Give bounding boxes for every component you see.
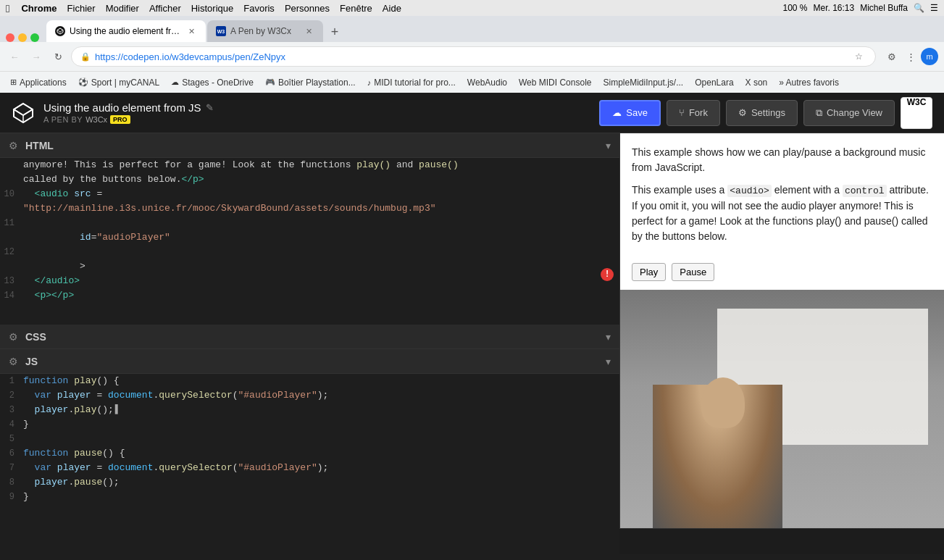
menu-chrome[interactable]: Chrome — [21, 3, 57, 14]
address-right-icons: ☆ — [851, 49, 866, 64]
pen-author-name[interactable]: W3Cx — [85, 115, 107, 124]
star-icon[interactable]: ☆ — [851, 49, 866, 64]
css-gear-icon[interactable]: ⚙ — [9, 331, 18, 343]
back-button[interactable]: ← — [6, 48, 23, 65]
html-editor-section: ⚙ HTML ▾ anymore! This is perfect for a … — [0, 133, 619, 325]
main-area: ⚙ HTML ▾ anymore! This is perfect for a … — [0, 133, 944, 528]
w3c-button[interactable]: W3C — [901, 97, 932, 129]
html-line-14: 14 <p></p> — [0, 288, 619, 303]
notification-icon[interactable]: ☰ — [930, 3, 938, 13]
html-code-area[interactable]: anymore! This is perfect for a game! Loo… — [0, 158, 619, 325]
bookmark-webmidi-label: Web MIDI Console — [519, 78, 591, 88]
html-line-10b: "http://mainline.i3s.unice.fr/mooc/Skywa… — [0, 201, 619, 216]
play-button[interactable]: Play — [632, 263, 666, 281]
cloud-save-icon: ☁ — [612, 107, 622, 118]
menu-aide[interactable]: Aide — [383, 3, 401, 14]
window-close-btn[interactable] — [6, 33, 14, 42]
profile-avatar[interactable]: m — [921, 48, 938, 65]
w3c-favicon: W3 — [216, 26, 226, 36]
w3c-label: W3C — [907, 98, 927, 106]
menu-historique[interactable]: Historique — [191, 3, 234, 14]
window-minimize-btn[interactable] — [18, 33, 27, 42]
tab-w3cx[interactable]: W3 A Pen by W3Cx ✕ — [207, 20, 323, 42]
search-icon[interactable]: 🔍 — [914, 3, 924, 13]
bookmark-more-label: » Autres favoris — [779, 78, 839, 88]
new-tab-button[interactable]: + — [325, 22, 345, 42]
tab-w3cx-close[interactable]: ✕ — [303, 25, 314, 37]
html-gear-icon[interactable]: ⚙ — [9, 140, 18, 151]
pen-edit-icon[interactable]: ✎ — [206, 102, 214, 113]
mac-menubar:  Chrome Fichier Modifier Afficher Histo… — [0, 0, 944, 16]
menu-favoris[interactable]: Favoris — [243, 3, 275, 14]
menu-fichier[interactable]: Fichier — [67, 3, 96, 14]
change-view-button[interactable]: ⧉ Change View — [803, 100, 895, 126]
address-bar[interactable]: 🔒 https://codepen.io/w3devcampus/pen/ZeN… — [71, 46, 876, 67]
html-line-13: 13 </audio> ! — [0, 274, 619, 288]
change-view-label: Change View — [827, 107, 882, 118]
js-section-header[interactable]: ⚙ JS ▾ — [0, 349, 619, 374]
pause-button[interactable]: Pause — [672, 263, 714, 281]
js-code-area[interactable]: 1 function play() { 2 var player = docum… — [0, 374, 619, 560]
bookmark-midi-label: MIDI tutorial for pro... — [374, 78, 456, 88]
battery-status: 100 % — [782, 3, 807, 13]
user-name: Michel Buffa — [860, 3, 908, 13]
apple-menu[interactable]:  — [6, 2, 9, 14]
forward-button[interactable]: → — [28, 48, 45, 65]
chrome-menu-icon[interactable]: ⋮ — [902, 48, 919, 65]
bookmark-webaudio[interactable]: WebAudio — [463, 76, 511, 89]
fork-button[interactable]: ⑂ Fork — [667, 100, 720, 126]
bookmark-boitier-label: Boîtier Playstation... — [278, 78, 356, 88]
view-icon: ⧉ — [816, 107, 822, 119]
editor-panel: ⚙ HTML ▾ anymore! This is perfect for a … — [0, 133, 619, 528]
bookmark-sport[interactable]: ⚽ Sport | myCANAL — [74, 76, 164, 89]
bookmark-stages[interactable]: ☁ Stages - OneDrive — [167, 76, 258, 89]
menu-afficher[interactable]: Afficher — [149, 3, 181, 14]
bookmark-openlara[interactable]: OpenLara — [690, 76, 738, 89]
window-maximize-btn[interactable] — [30, 33, 39, 42]
menu-fenetre[interactable]: Fenêtre — [340, 3, 372, 14]
js-line-2: 2 var player = document.querySelector("#… — [0, 388, 619, 403]
js-line-8: 8 player.pause(); — [0, 475, 619, 490]
extensions-icon[interactable]: ⚙ — [883, 48, 901, 65]
css-collapse-icon[interactable]: ▾ — [606, 331, 611, 343]
person-head — [701, 377, 745, 428]
bookmark-webmidi[interactable]: Web MIDI Console — [514, 76, 596, 89]
svg-line-4 — [60, 30, 63, 33]
settings-button[interactable]: ⚙ Settings — [726, 100, 798, 126]
reload-button[interactable]: ↻ — [49, 48, 67, 65]
html-section-title: HTML — [25, 140, 54, 151]
preview-text-area: This example shows how we can play/pause… — [620, 133, 944, 263]
tab-codepen-close[interactable]: ✕ — [185, 25, 197, 37]
bookmark-webaudio-label: WebAudio — [467, 78, 507, 88]
preview-text1: This example shows how we can play/pause… — [632, 145, 932, 175]
bookmark-simplemidi[interactable]: SimpleMidiInput.js/... — [598, 76, 688, 89]
chrome-toolbar: ⚙ ⋮ m — [883, 48, 938, 65]
codepen-logo-icon — [12, 101, 35, 125]
js-collapse-icon[interactable]: ▾ — [606, 356, 611, 367]
css-section-header[interactable]: ⚙ CSS ▾ — [0, 325, 619, 349]
header-buttons: ☁ Save ⑂ Fork ⚙ Settings ⧉ Change View W… — [599, 97, 932, 129]
css-section-title: CSS — [25, 331, 46, 343]
save-button[interactable]: ☁ Save — [599, 100, 661, 126]
js-gear-icon[interactable]: ⚙ — [9, 356, 18, 367]
bookmark-more[interactable]: » Autres favoris — [774, 76, 843, 89]
fork-icon: ⑂ — [679, 107, 685, 118]
chrome-tabbar: Using the audio element from... ✕ W3 A P… — [0, 16, 944, 42]
js-line-3: 3 player.play();▌ — [0, 403, 619, 417]
bookmark-applications[interactable]: ⊞ Applications — [6, 76, 71, 89]
bookmark-xson[interactable]: X son — [741, 76, 772, 89]
bookmark-boitier[interactable]: 🎮 Boîtier Playstation... — [261, 76, 360, 89]
tab-w3cx-label: A Pen by W3Cx — [230, 26, 298, 36]
html-line-cont1: anymore! This is perfect for a game! Loo… — [0, 158, 619, 172]
tab-codepen[interactable]: Using the audio element from... ✕ — [46, 20, 206, 42]
bookmark-sport-label: Sport | myCANAL — [91, 78, 159, 88]
html-line-10: 10 <audio src = — [0, 187, 619, 201]
bookmark-midi[interactable]: ♪ MIDI tutorial for pro... — [363, 76, 460, 89]
sport-icon: ⚽ — [78, 78, 88, 87]
html-collapse-icon[interactable]: ▾ — [606, 140, 611, 151]
clock: Mer. 16:13 — [813, 3, 854, 13]
menu-modifier[interactable]: Modifier — [106, 3, 139, 14]
html-section-header[interactable]: ⚙ HTML ▾ — [0, 133, 619, 158]
menubar-right: 100 % Mer. 16:13 Michel Buffa 🔍 ☰ — [782, 3, 938, 13]
menu-personnes[interactable]: Personnes — [285, 3, 330, 14]
